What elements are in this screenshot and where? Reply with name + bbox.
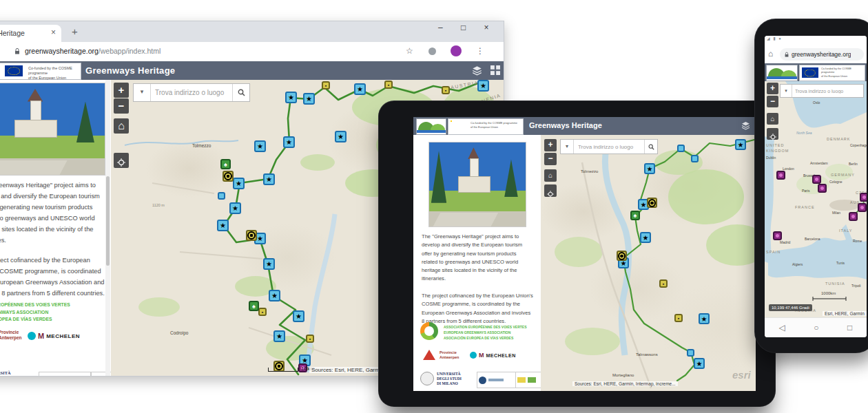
map-marker-purple[interactable] (818, 184, 827, 193)
bookmark-star-icon[interactable]: ☆ (406, 46, 413, 56)
map-marker-star[interactable]: ★ (283, 136, 295, 148)
map-marker-star[interactable]: ★ (263, 258, 275, 270)
map-marker-star[interactable]: ★ (285, 92, 297, 103)
search-button[interactable] (644, 140, 657, 153)
padlock-icon (14, 47, 21, 54)
map-marker-tree[interactable]: ♠ (249, 301, 259, 311)
tab-close-icon[interactable]: × (51, 28, 56, 37)
map-marker-target[interactable] (617, 251, 627, 261)
zoom-out-button[interactable]: − (767, 96, 778, 107)
home-extent-button[interactable]: ⌂ (767, 113, 778, 125)
sidebar-scrollbar[interactable] (105, 80, 110, 376)
locate-button[interactable] (114, 153, 129, 168)
map-marker-star[interactable]: ★ (233, 178, 245, 189)
browser-menu-icon[interactable]: ⋮ (476, 46, 484, 56)
map-marker-poi[interactable]: ▪ (322, 81, 330, 89)
url-text[interactable]: greenwaysheritage.org/webapp/index.html (25, 47, 161, 55)
locate-button[interactable] (767, 128, 778, 140)
map-marker-tree[interactable]: ♠ (220, 159, 231, 169)
map-marker-target[interactable] (246, 230, 257, 241)
locate-icon (117, 158, 125, 167)
map-marker-star[interactable]: ★ (354, 83, 366, 95)
new-tab-button[interactable]: + (72, 25, 78, 37)
zoom-out-button[interactable]: − (544, 153, 557, 165)
map-marker-purple[interactable] (776, 171, 785, 180)
zoom-in-button[interactable]: + (114, 83, 129, 98)
map-marker-purple[interactable] (849, 212, 858, 221)
layers-icon[interactable] (741, 121, 750, 130)
map-marker-star[interactable]: ★ (229, 202, 241, 214)
map-marker-star[interactable]: ★ (699, 313, 710, 324)
map-marker-star[interactable]: ★ (273, 330, 285, 342)
map-marker-poi[interactable]: ▪ (674, 314, 683, 322)
map-marker-small[interactable] (677, 145, 685, 152)
home-extent-button[interactable]: ⌂ (114, 118, 129, 134)
map-marker-poi[interactable]: ▪ (442, 86, 450, 94)
map-marker-small[interactable] (687, 349, 694, 357)
scrollbar-thumb[interactable] (106, 176, 110, 266)
search-input[interactable] (151, 84, 232, 101)
search-dropdown-button[interactable]: ▾ (781, 85, 792, 97)
browser-home-icon[interactable]: ⌂ (768, 49, 773, 59)
map-marker-small[interactable] (691, 155, 699, 162)
search-button[interactable] (232, 84, 249, 101)
map-marker-purple[interactable] (858, 203, 867, 212)
nav-back-icon[interactable]: ◁ (779, 323, 785, 332)
map-scalebar: 10km (268, 366, 315, 372)
photo-church-roof (28, 89, 43, 102)
map-marker-star[interactable]: ★ (735, 139, 746, 150)
map-marker-star[interactable]: ★ (269, 290, 280, 301)
window-minimize-button[interactable]: – (430, 23, 451, 32)
phone-browser-bar: ⌂ greenwaysheritage.org (765, 45, 867, 63)
map-marker-target[interactable] (223, 171, 234, 182)
map-vector-layer (765, 81, 867, 318)
extension-icon[interactable] (428, 47, 436, 55)
basemap-grid-icon[interactable] (490, 65, 500, 75)
zoom-in-button[interactable]: + (544, 139, 557, 151)
home-extent-button[interactable]: ⌂ (544, 169, 557, 182)
map-marker-small[interactable] (218, 192, 225, 200)
window-close-button[interactable]: × (476, 23, 497, 32)
search-input[interactable] (792, 85, 863, 97)
map-marker-star[interactable]: ★ (303, 93, 315, 105)
map-marker-purple[interactable] (773, 231, 782, 240)
map-marker-target[interactable] (647, 198, 657, 208)
map-marker-star[interactable]: ★ (263, 173, 275, 185)
page-title: Greenways Heritage (85, 65, 175, 76)
search-dropdown-button[interactable]: ▾ (561, 140, 574, 153)
map-tablet[interactable]: Tolmezzo Talmassons Mortegliano ★ ★ ★ ★ … (541, 135, 756, 391)
browser-tab[interactable]: s Heritage × (0, 25, 61, 42)
map-marker-star[interactable]: ★ (335, 131, 347, 142)
map-marker-star[interactable]: ★ (254, 140, 266, 152)
map-marker-tree[interactable]: ♠ (630, 211, 640, 220)
map-marker-star[interactable]: ★ (477, 80, 489, 92)
nav-recents-icon[interactable]: □ (847, 323, 852, 332)
search-dropdown-button[interactable]: ▾ (134, 84, 151, 101)
map-marker-star[interactable]: ★ (293, 310, 304, 322)
search-input[interactable] (574, 140, 644, 153)
zoom-in-button[interactable]: + (767, 83, 778, 94)
phone-url-bar[interactable]: greenwaysheritage.org (780, 48, 864, 61)
window-maximize-button[interactable]: □ (453, 23, 474, 32)
mechelen-circle-icon (470, 352, 477, 359)
map-marker-star[interactable]: ★ (640, 232, 651, 243)
map-marker-purple[interactable] (860, 193, 867, 202)
map-marker-star[interactable]: ★ (694, 358, 705, 369)
map-marker-poi[interactable]: ▪ (258, 308, 267, 316)
partner-logo-yellow (517, 377, 526, 383)
map-phone[interactable]: Oslo North Sea DENMARK Copenhagen Dublin… (765, 81, 867, 318)
map-marker-poi[interactable]: ▪ (384, 81, 393, 89)
locate-button[interactable] (544, 184, 557, 197)
phone-device: ◢ ▮ ● ⌂ greenwaysheritage.org Co-fund (755, 19, 868, 352)
map-marker-poi[interactable]: ▪ (659, 279, 668, 288)
map-marker-star[interactable]: ★ (217, 220, 229, 231)
map-marker-purple[interactable] (812, 175, 821, 184)
map-marker-poi[interactable]: ▪ (306, 335, 314, 343)
provincie-antwerpen-text: ProvincieAntwerpen (440, 350, 459, 360)
eu-flag-icon (802, 67, 818, 78)
nav-home-icon[interactable]: ○ (814, 323, 818, 332)
layers-icon[interactable] (472, 65, 482, 76)
profile-avatar[interactable] (451, 45, 462, 56)
map-marker-star[interactable]: ★ (644, 163, 655, 174)
zoom-out-button[interactable]: − (114, 98, 129, 114)
